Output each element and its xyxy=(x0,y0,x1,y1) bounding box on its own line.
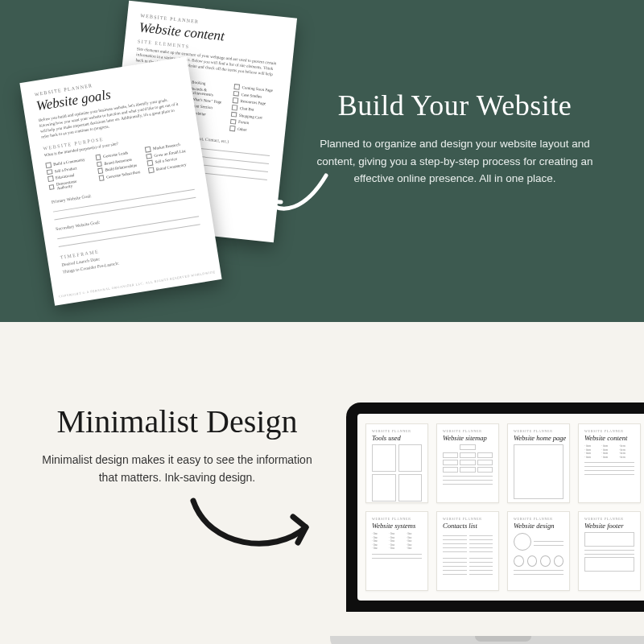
thumb-title: Website content xyxy=(584,434,634,442)
thumb-eyebrow: WEBSITE PLANNER xyxy=(372,429,422,433)
thumb-title: Tools used xyxy=(372,434,422,442)
thumb-eyebrow: WEBSITE PLANNER xyxy=(443,429,493,433)
laptop-screen: WEBSITE PLANNER Tools used WEBSITE PLANN… xyxy=(357,414,644,601)
thumb-eyebrow: WEBSITE PLANNER xyxy=(584,429,634,433)
thumb-website-footer: WEBSITE PLANNER Website footer xyxy=(578,511,641,591)
thumb-website-home-page: WEBSITE PLANNER Website home page xyxy=(507,423,570,503)
thumb-eyebrow: WEBSITE PLANNER xyxy=(584,517,634,521)
checkbox-col: Generate Leads Brand Awareness Build Rel… xyxy=(95,148,142,185)
worksheet-mockup: WEBSITE PLANNER Website content SITE ELE… xyxy=(20,4,286,318)
sheet-footer: COPYRIGHT © A PERSONAL ORGANIZER LLC. AL… xyxy=(53,269,221,299)
thumb-title: Website systems xyxy=(372,522,422,530)
thumb-title: Website sitemap xyxy=(443,434,493,442)
laptop-screen-frame: WEBSITE PLANNER Tools used WEBSITE PLANN… xyxy=(346,402,644,612)
thumb-title: Contacts list xyxy=(443,522,493,530)
thumb-eyebrow: WEBSITE PLANNER xyxy=(514,517,564,521)
thumb-eyebrow: WEBSITE PLANNER xyxy=(372,517,422,521)
checkbox-col: Coming Soon Page Case Studies Resources … xyxy=(229,84,277,137)
body-minimalist-design: Minimalist design makes it easy to see t… xyxy=(32,452,322,486)
thumb-website-design: WEBSITE PLANNER Website design xyxy=(507,511,570,591)
checkbox-col: Build a Community Sell a Product Educati… xyxy=(45,156,92,193)
bottom-copy: Minimalist Design Minimalist design make… xyxy=(32,402,322,486)
thumb-tools-used: WEBSITE PLANNER Tools used xyxy=(365,423,428,503)
thumb-website-content: WEBSITE PLANNER Website content ∙ item∙ … xyxy=(578,423,641,503)
thumb-website-systems: WEBSITE PLANNER Website systems ∙ line∙ … xyxy=(365,511,428,591)
laptop-mockup: WEBSITE PLANNER Tools used WEBSITE PLANN… xyxy=(330,402,644,644)
arrow-icon xyxy=(185,491,322,564)
heading-minimalist-design: Minimalist Design xyxy=(32,402,322,440)
top-copy: Build Your Website Planned to organize a… xyxy=(306,89,604,188)
thumb-title: Website footer xyxy=(584,522,634,530)
thumb-eyebrow: WEBSITE PLANNER xyxy=(514,429,564,433)
checkbox-col: Market Research Grow an Email List Sell … xyxy=(145,141,192,178)
thumb-title: Website design xyxy=(514,522,564,530)
body-build-your-website: Planned to organize and design your webs… xyxy=(306,135,604,188)
laptop-base xyxy=(330,636,644,644)
thumb-title: Website home page xyxy=(514,434,564,442)
panel-top: WEBSITE PLANNER Website content SITE ELE… xyxy=(0,0,644,322)
heading-build-your-website: Build Your Website xyxy=(306,89,604,122)
arrow-icon xyxy=(258,169,330,225)
thumb-contacts-list: WEBSITE PLANNER Contacts list xyxy=(436,511,499,591)
sheet-website-goals: WEBSITE PLANNER Website goals Before you… xyxy=(19,56,221,305)
thumb-website-sitemap: WEBSITE PLANNER Website sitemap xyxy=(436,423,499,503)
promo-graphic: WEBSITE PLANNER Website content SITE ELE… xyxy=(0,0,644,644)
panel-bottom: Minimalist Design Minimalist design make… xyxy=(0,322,644,644)
thumb-eyebrow: WEBSITE PLANNER xyxy=(443,517,493,521)
